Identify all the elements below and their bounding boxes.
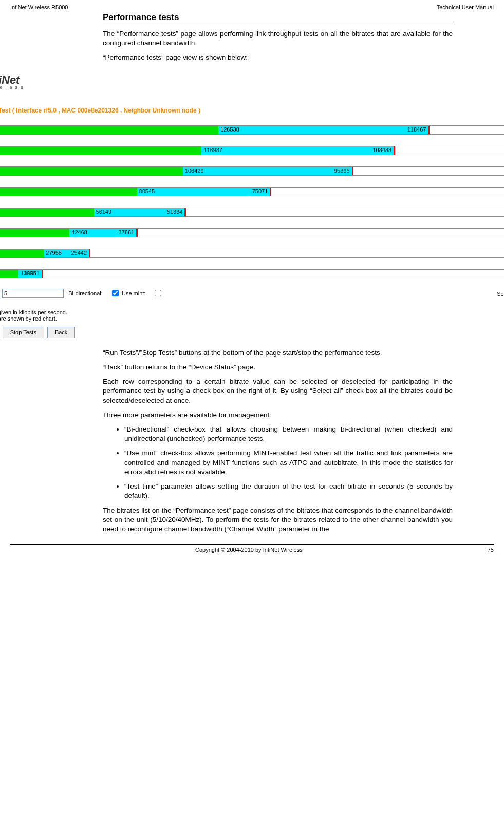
section-heading: Performance tests: [103, 12, 453, 24]
bitrate-bar: 1365412951: [0, 269, 504, 278]
doc-header-right: Technical User Manual: [437, 4, 494, 10]
intro-paragraph-1: The “Performance tests” page allows perf…: [103, 29, 453, 48]
post-paragraph-3: Each row corresponding to a certain bitr…: [103, 377, 453, 405]
green-value: 42468: [71, 229, 87, 235]
test-time-input[interactable]: [2, 289, 64, 298]
bitrate-bar: 8054575071: [0, 187, 504, 196]
logo-text-sub: wireless: [0, 85, 26, 89]
bitrate-row: 300000126538118467: [0, 124, 504, 136]
select-all-label: Select all:: [497, 291, 504, 297]
cyan-value: 95365: [334, 167, 350, 174]
bitrate-bar: 116987108488: [0, 146, 504, 155]
performance-test-title: Performance Test ( Interface rf5.0 , MAC…: [0, 107, 504, 114]
bitrate-row: 300001365412951: [0, 268, 504, 279]
brand-logo: InfiNet wireless: [0, 73, 504, 91]
cyan-value: 75071: [252, 188, 268, 194]
post-paragraph-2: “Back” button returns to the “Device Sta…: [103, 363, 453, 372]
use-mint-label: Use mint:: [122, 290, 145, 296]
bullet-use-mint: “Use mint” check-box allows performing M…: [124, 448, 453, 477]
performance-chart-area: 3000001265381184672700001169871084882400…: [0, 124, 504, 279]
bitrate-bar: 4246837661: [0, 228, 504, 237]
bitrate-row: 24000010642995365: [0, 165, 504, 177]
cyan-value: 118467: [407, 126, 426, 133]
footer-page-number: 75: [488, 547, 494, 553]
cyan-value: 51334: [167, 209, 183, 215]
post-paragraph-4: Three more parameters are available for …: [103, 410, 453, 420]
bullet-bidirectional: “Bi-directional” check-box that allows c…: [124, 425, 453, 443]
bidirectional-checkbox[interactable]: [112, 290, 119, 296]
green-value: 80545: [139, 188, 155, 194]
notes-line-2: - Retries levels are shown by red chart.: [0, 315, 504, 322]
bidirectional-label: Bi-directional:: [68, 290, 103, 296]
bitrate-bar: 10642995365: [0, 166, 504, 176]
bitrate-row: 600002795825442: [0, 248, 504, 259]
bitrate-row: 900004246837661: [0, 227, 504, 238]
cyan-value: 25442: [71, 250, 87, 256]
doc-header-left: InfiNet Wireless R5000: [10, 4, 68, 10]
bitrate-row: 1200005614951334: [0, 207, 504, 218]
back-button[interactable]: Back: [47, 327, 75, 338]
notes-line-1: - All results are given in kilobits per …: [0, 309, 504, 315]
intro-paragraph-2: “Performance tests” page view is shown b…: [103, 53, 453, 62]
use-mint-checkbox[interactable]: [155, 290, 161, 296]
footer-copyright: Copyright © 2004-2010 by InfiNet Wireles…: [10, 547, 488, 553]
bitrate-row: 270000116987108488: [0, 145, 504, 156]
bitrate-row: 1800008054575071: [0, 186, 504, 197]
logo-text-main: InfiNet: [0, 75, 26, 85]
bitrate-bar: 126538118467: [0, 125, 504, 135]
bitrate-bar: 5614951334: [0, 208, 504, 217]
bullet-test-time: “Test time” parameter allows setting the…: [124, 482, 453, 500]
post-paragraph-1: “Run Tests”/”Stop Tests” buttons at the …: [103, 348, 453, 358]
notes-title: Notes:: [0, 303, 504, 309]
cyan-value: 12951: [24, 270, 40, 276]
green-value: 27958: [46, 250, 62, 256]
cyan-value: 108488: [372, 147, 391, 153]
green-value: 106429: [185, 167, 204, 174]
green-value: 116987: [203, 147, 222, 153]
stop-tests-button[interactable]: Stop Tests: [3, 327, 44, 338]
green-value: 126538: [220, 126, 239, 133]
cyan-value: 37661: [119, 229, 135, 235]
bitrate-bar: 2795825442: [0, 249, 504, 258]
green-value: 56149: [96, 209, 112, 215]
post-paragraph-5: The bitrates list on the “Performance te…: [103, 506, 453, 534]
